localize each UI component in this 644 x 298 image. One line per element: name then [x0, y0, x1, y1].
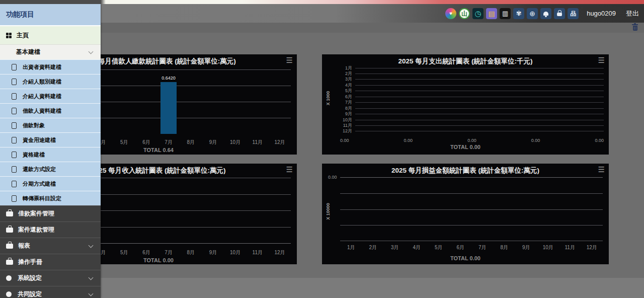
bell-glyph	[543, 12, 548, 16]
trash-icon[interactable]	[632, 24, 638, 31]
month-row: 7月	[340, 100, 604, 105]
x-axis-month-label: 5月	[113, 249, 135, 256]
sidebar-subitem[interactable]: 分期方式建檔	[0, 176, 101, 191]
gridline	[355, 91, 604, 91]
gridline	[355, 125, 604, 126]
month-row: 2月	[340, 71, 604, 76]
chart-plot-area: 1月2月3月4月5月6月7月8月9月10月11月12月	[340, 65, 604, 134]
x-axis-month-label: 9月	[515, 244, 537, 251]
bell-icon[interactable]	[540, 8, 551, 19]
document-icon	[12, 79, 17, 85]
hamburger-menu-icon[interactable]: ☰	[286, 166, 293, 173]
gridline	[355, 120, 604, 120]
document-icon	[12, 137, 17, 143]
month-row: 8月	[340, 106, 604, 111]
sidebar-item-label: 系統設定	[18, 274, 42, 282]
month-row: 9月	[340, 112, 604, 117]
sidebar-item-case-repayment-mgmt[interactable]: 案件還款管理	[0, 221, 101, 238]
x-axis-month-label: 7月	[471, 244, 494, 251]
document-icon	[12, 122, 17, 129]
clock-icon[interactable]: ◷	[472, 8, 484, 19]
sidebar-subitem[interactable]: 借款對象	[0, 118, 101, 132]
sidebar-subitem[interactable]: 還款方式設定	[0, 162, 101, 176]
sidebar-item-label: 報表	[18, 242, 30, 250]
sidebar-item-loan-case-mgmt[interactable]: 借款案件管理	[0, 205, 101, 221]
sidebar-subitem[interactable]: 資金用途建檔	[0, 132, 101, 147]
sidebar-subitem[interactable]: 出資者資料建檔	[0, 59, 101, 74]
document-icon	[12, 64, 17, 70]
x-axis-month-label: 11月	[559, 244, 581, 251]
sidebar-item-home[interactable]: 主頁	[0, 25, 101, 44]
y-axis-month-label: 12月	[340, 128, 352, 134]
gridline	[355, 85, 604, 86]
sidebar-subitem-label: 借款人資料建檔	[23, 107, 61, 115]
sidebar-subitem[interactable]: 介紹人類別建檔	[0, 74, 101, 89]
x-axis-month-label: 8月	[180, 139, 202, 146]
chevron-down-icon	[89, 49, 94, 54]
hamburger-menu-icon[interactable]: ☰	[286, 56, 293, 64]
globe-icon[interactable]: ⊕	[527, 8, 538, 19]
bar-value-label: 0.6420	[158, 76, 179, 81]
hamburger-menu-icon[interactable]: ☰	[598, 166, 605, 173]
x-axis-month-label: 6月	[135, 249, 157, 256]
document-icon	[12, 166, 17, 173]
gridline	[340, 225, 603, 226]
chart-panel-monthly-profit-loss: 2025 每月損益金額統計圖表 (統計金額單位:萬元) ☰ X 10000 0.…	[322, 164, 609, 264]
logout-button[interactable]: 登出	[626, 9, 639, 18]
pinwheel-heart-logo-icon[interactable]: ♥	[445, 8, 456, 19]
bar-july	[160, 82, 177, 134]
y-axis-unit-label: X 10000	[326, 200, 331, 222]
x-axis-month-label: 12月	[581, 244, 603, 251]
x-axis-month-label: 6月	[135, 139, 157, 146]
gridline	[355, 68, 604, 68]
sphere-icon	[6, 291, 12, 297]
x-axis-labels: 1月2月3月4月5月6月7月8月9月10月11月12月	[340, 244, 603, 251]
x-axis-month-label: 5月	[428, 244, 450, 251]
chart-title: 2025 每月損益金額統計圖表 (統計金額單位:萬元)	[322, 166, 609, 175]
palette-icon[interactable]: ✾	[513, 8, 524, 19]
chart-total: TOTAL 0.00	[322, 255, 609, 261]
sidebar-item-reports[interactable]: 報表	[0, 238, 101, 254]
sidebar-group-basic[interactable]: 基本建檔	[0, 44, 101, 59]
gridline	[340, 209, 603, 210]
x-axis-month-label: 9月	[202, 139, 224, 146]
lock-glyph	[557, 13, 562, 16]
sidebar-subitem-label: 資格建檔	[23, 151, 45, 159]
gridline	[355, 108, 604, 109]
lock-icon[interactable]	[554, 8, 565, 19]
green-org-logo-icon[interactable]: 山	[459, 8, 470, 19]
document-icon	[12, 93, 17, 100]
sidebar-subitem[interactable]: 借款人資料建檔	[0, 103, 101, 118]
grid-icon	[6, 33, 12, 38]
briefcase-icon	[6, 211, 13, 216]
x-axis-month-label: 8月	[494, 244, 516, 251]
sidebar-subitem-label: 出資者資料建檔	[23, 63, 61, 71]
top-accent-strip	[0, 0, 644, 4]
sidebar-item-manual[interactable]: 操作手冊	[0, 254, 101, 270]
chevron-down-icon	[89, 243, 94, 248]
hamburger-menu-icon[interactable]: ☰	[598, 56, 605, 64]
sidebar-subitem[interactable]: 轉傳票科目設定	[0, 191, 101, 205]
sidebar-subitem[interactable]: 介紹人資料建檔	[0, 89, 101, 103]
chart-title: 2025 每月支出統計圖表 (統計金額單位:千元)	[322, 57, 609, 66]
sidebar-subitem-label: 分期方式建檔	[23, 180, 56, 188]
sidebar-subitem[interactable]: 資格建檔	[0, 147, 101, 162]
presentation-icon[interactable]: ▥	[500, 8, 511, 19]
sphere-icon	[6, 275, 12, 281]
x-axis-month-label: 10月	[537, 244, 559, 251]
sidebar-item-label: 案件還款管理	[18, 226, 54, 234]
sidebar-item-system-settings[interactable]: 系統設定	[0, 270, 101, 286]
sidebar-subitem-label: 介紹人資料建檔	[23, 93, 61, 100]
chevron-down-icon	[89, 291, 94, 296]
sidebar-item-shared-settings[interactable]: 共同設定	[0, 286, 101, 298]
x-axis-month-label: 7月	[157, 249, 180, 256]
x-axis-tick: 0.00	[595, 138, 604, 143]
sidebar-item-label: 主頁	[17, 31, 29, 40]
chart-plot-area	[340, 177, 603, 241]
x-axis-month-label: 12月	[269, 139, 291, 146]
briefcase-icon	[6, 260, 13, 265]
scroll-icon[interactable]: ▤	[486, 8, 497, 19]
sidebar-item-label: 操作手冊	[18, 258, 42, 266]
x-axis-month-label: 6月	[450, 244, 472, 251]
sitemap-icon[interactable]: 品	[568, 8, 579, 19]
